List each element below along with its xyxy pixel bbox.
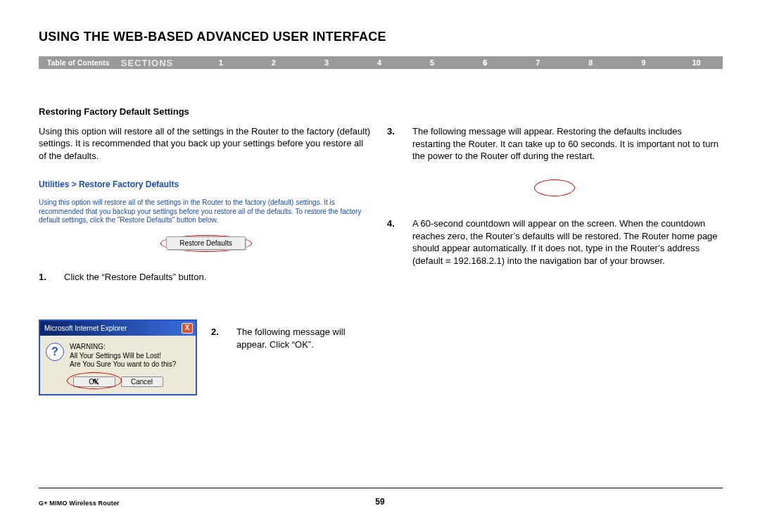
step-1: 1. Click the “Restore Defaults” button. <box>39 271 373 284</box>
step-text: The following message will appear. Click… <box>236 326 366 350</box>
sections-label: SECTIONS <box>121 58 194 68</box>
section-link-10[interactable]: 10 <box>670 58 723 67</box>
dialog-text: WARNING: All Your Settings Will be Lost!… <box>70 343 176 369</box>
section-link-8[interactable]: 8 <box>564 58 617 67</box>
dialog-title: Microsoft Internet Explorer <box>44 324 127 332</box>
section-link-6[interactable]: 6 <box>459 58 512 67</box>
dialog-line-3: Are You Sure You want to do this? <box>70 360 176 369</box>
highlight-ellipse-icon <box>534 179 575 196</box>
section-link-5[interactable]: 5 <box>406 58 459 67</box>
blue-description: Using this option will restore all of th… <box>39 198 373 225</box>
section-link-9[interactable]: 9 <box>617 58 670 67</box>
close-icon[interactable]: X <box>182 323 193 334</box>
step-number: 3. <box>387 125 400 163</box>
step-number: 2. <box>211 326 224 350</box>
footer-divider <box>39 488 723 488</box>
question-icon: ? <box>46 343 64 361</box>
sub-heading: Restoring Factory Default Settings <box>39 106 373 118</box>
step-number: 4. <box>387 217 400 267</box>
right-column: 3. The following message will appear. Re… <box>387 125 721 275</box>
dialog-line-1: WARNING: <box>70 343 176 352</box>
step-text: The following message will appear. Resto… <box>412 125 721 163</box>
step-2: 2. The following message will appear. Cl… <box>211 326 366 350</box>
dialog-line-2: All Your Settings Will be Lost! <box>70 352 176 361</box>
intro-text: Using this option will restore all of th… <box>39 125 373 163</box>
page-title: USING THE WEB-BASED ADVANCED USER INTERF… <box>39 30 386 44</box>
cancel-button[interactable]: Cancel <box>121 376 163 387</box>
ie-warning-dialog: Microsoft Internet Explorer X ? WARNING:… <box>39 319 197 395</box>
dialog-actions: OK Cancel <box>40 374 196 394</box>
restore-button-wrap: Restore Defaults <box>39 236 373 251</box>
section-link-3[interactable]: 3 <box>300 58 353 67</box>
cursor-icon: ↖ <box>91 376 100 388</box>
section-link-7[interactable]: 7 <box>512 58 564 67</box>
section-nav-bar: Table of Contents SECTIONS 1 2 3 4 5 6 7… <box>39 56 723 69</box>
dialog-titlebar: Microsoft Internet Explorer X <box>40 321 196 336</box>
step-text: A 60-second countdown will appear on the… <box>412 217 721 267</box>
step-number: 1. <box>39 271 51 284</box>
section-link-2[interactable]: 2 <box>247 58 300 67</box>
page-number: 59 <box>0 497 760 507</box>
section-link-1[interactable]: 1 <box>194 58 247 67</box>
restore-defaults-button[interactable]: Restore Defaults <box>166 236 245 251</box>
step-4: 4. A 60-second countdown will appear on … <box>387 217 721 267</box>
step-3: 3. The following message will appear. Re… <box>387 125 721 163</box>
left-column: Restoring Factory Default Settings Using… <box>39 106 373 292</box>
utilities-breadcrumb: Utilities > Restore Factory Defaults <box>39 179 373 190</box>
step-text: Click the “Restore Defaults” button. <box>64 271 373 284</box>
toc-link[interactable]: Table of Contents <box>39 59 121 67</box>
section-link-4[interactable]: 4 <box>353 58 406 67</box>
dialog-body: ? WARNING: All Your Settings Will be Los… <box>40 336 196 374</box>
empty-highlight-area <box>387 179 721 200</box>
